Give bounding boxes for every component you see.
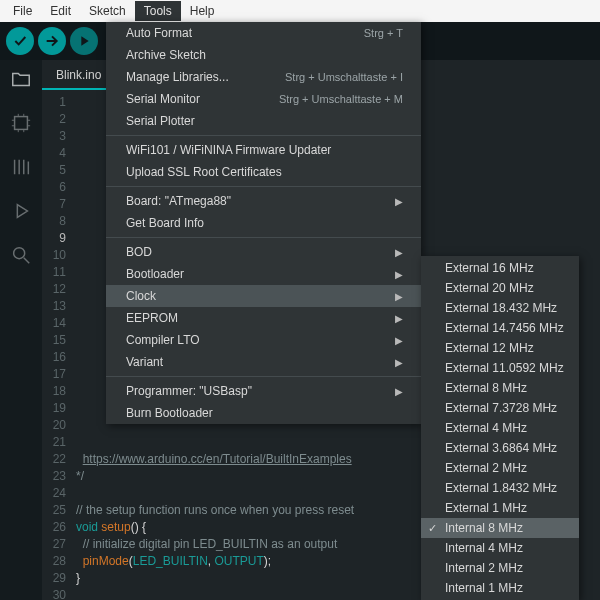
tools-menu: Auto FormatStrg + TArchive SketchManage … (106, 22, 421, 424)
menu-help[interactable]: Help (181, 1, 224, 21)
submenu-item[interactable]: Internal 4 MHz (421, 538, 579, 558)
menu-file[interactable]: File (4, 1, 41, 21)
menu-item[interactable]: BOD▶ (106, 241, 421, 263)
search-icon[interactable] (10, 244, 32, 266)
chevron-right-icon: ▶ (395, 313, 403, 324)
submenu-item[interactable]: External 11.0592 MHz (421, 358, 579, 378)
file-tab[interactable]: Blink.ino (42, 62, 115, 90)
debug-icon[interactable] (10, 200, 32, 222)
menu-item[interactable]: Compiler LTO▶ (106, 329, 421, 351)
chevron-right-icon: ▶ (395, 291, 403, 302)
submenu-item[interactable]: Internal 2 MHz (421, 558, 579, 578)
submenu-item[interactable]: External 20 MHz (421, 278, 579, 298)
chevron-right-icon: ▶ (395, 357, 403, 368)
clock-submenu: External 16 MHzExternal 20 MHzExternal 1… (421, 256, 579, 600)
debug-button[interactable] (70, 27, 98, 55)
upload-button[interactable] (38, 27, 66, 55)
submenu-item[interactable]: Internal 1 MHz (421, 578, 579, 598)
activity-bar (0, 60, 42, 600)
submenu-item[interactable]: External 3.6864 MHz (421, 438, 579, 458)
menu-item[interactable]: Serial Plotter (106, 110, 421, 132)
chevron-right-icon: ▶ (395, 269, 403, 280)
menubar: FileEditSketchToolsHelp (0, 0, 600, 22)
submenu-item[interactable]: External 8 MHz (421, 378, 579, 398)
menu-item[interactable]: WiFi101 / WiFiNINA Firmware Updater (106, 139, 421, 161)
submenu-item[interactable]: External 2 MHz (421, 458, 579, 478)
folder-icon[interactable] (10, 68, 32, 90)
menu-item[interactable]: Bootloader▶ (106, 263, 421, 285)
menu-item[interactable]: Board: "ATmega88"▶ (106, 190, 421, 212)
menu-item[interactable]: Manage Libraries...Strg + Umschalttaste … (106, 66, 421, 88)
menu-item[interactable]: Auto FormatStrg + T (106, 22, 421, 44)
menu-edit[interactable]: Edit (41, 1, 80, 21)
submenu-item[interactable]: External 12 MHz (421, 338, 579, 358)
menu-sketch[interactable]: Sketch (80, 1, 135, 21)
submenu-item[interactable]: External 4 MHz (421, 418, 579, 438)
menu-item[interactable]: Programmer: "USBasp"▶ (106, 380, 421, 402)
svg-rect-0 (15, 117, 28, 130)
board-icon[interactable] (10, 112, 32, 134)
chevron-right-icon: ▶ (395, 247, 403, 258)
menu-item[interactable]: Get Board Info (106, 212, 421, 234)
svg-point-1 (14, 248, 25, 259)
submenu-item[interactable]: External 1.8432 MHz (421, 478, 579, 498)
menu-item[interactable]: Burn Bootloader (106, 402, 421, 424)
chevron-right-icon: ▶ (395, 335, 403, 346)
menu-item[interactable]: Serial MonitorStrg + Umschalttaste + M (106, 88, 421, 110)
library-icon[interactable] (10, 156, 32, 178)
submenu-item[interactable]: ✓Internal 8 MHz (421, 518, 579, 538)
chevron-right-icon: ▶ (395, 386, 403, 397)
chevron-right-icon: ▶ (395, 196, 403, 207)
submenu-item[interactable]: External 18.432 MHz (421, 298, 579, 318)
submenu-item[interactable]: External 16 MHz (421, 258, 579, 278)
submenu-item[interactable]: External 1 MHz (421, 498, 579, 518)
menu-item[interactable]: Variant▶ (106, 351, 421, 373)
menu-item[interactable]: Upload SSL Root Certificates (106, 161, 421, 183)
menu-item[interactable]: EEPROM▶ (106, 307, 421, 329)
submenu-item[interactable]: External 7.3728 MHz (421, 398, 579, 418)
menu-tools[interactable]: Tools (135, 1, 181, 21)
menu-item[interactable]: Archive Sketch (106, 44, 421, 66)
check-icon: ✓ (428, 522, 437, 535)
verify-button[interactable] (6, 27, 34, 55)
submenu-item[interactable]: External 14.7456 MHz (421, 318, 579, 338)
menu-item[interactable]: Clock▶ (106, 285, 421, 307)
